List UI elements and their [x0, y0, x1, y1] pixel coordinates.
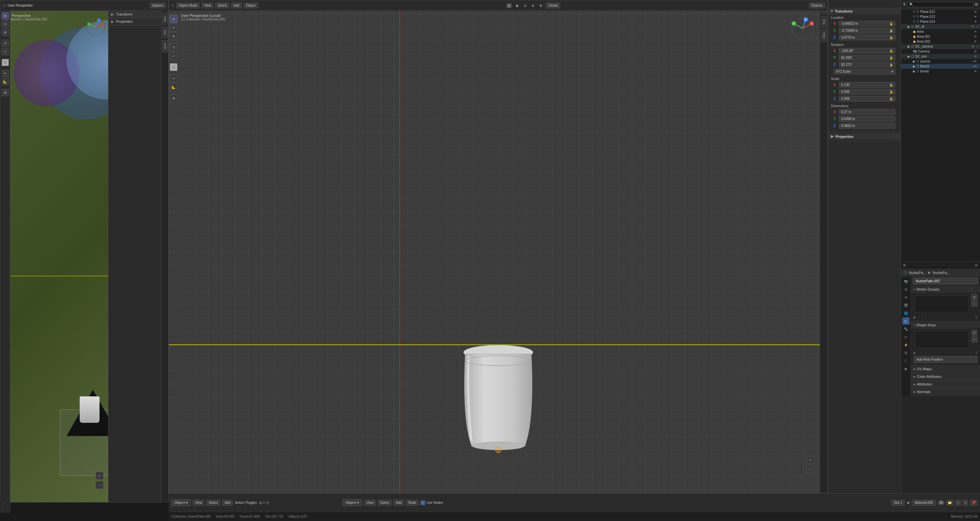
color-attributes-header[interactable]: ▶ Color Attributes — [911, 373, 980, 380]
outliner-item-area002[interactable]: ◉ Area.002 👁 — [901, 39, 980, 44]
outliner-item-sclit[interactable]: ▶ ⬡ SC_lit 👁 ✓ — [901, 24, 980, 29]
shape-keys-header[interactable]: ▾ Shape Keys — [911, 321, 980, 329]
material-add-btn[interactable]: + — [956, 500, 961, 505]
location-x-field[interactable]: -0.84023 m 🔓 — [839, 21, 896, 27]
right-node-menu-bottom[interactable]: Node — [406, 500, 418, 505]
tool-transform[interactable]: ☐ — [2, 59, 9, 66]
right-object-mode-btn[interactable]: Object ▾ — [342, 499, 362, 506]
tool-measure[interactable]: 📐 — [2, 78, 9, 85]
plane013-eye[interactable]: 👁 — [974, 15, 979, 19]
center-view-menu[interactable]: View — [202, 3, 213, 8]
transform-section-header[interactable]: ▾ Transform — [828, 8, 900, 14]
right-select-menu-bottom[interactable]: Select — [378, 500, 391, 505]
tool-rotate[interactable]: ↺ — [2, 40, 9, 47]
outliner-search[interactable] — [907, 2, 974, 7]
center-transform-tool[interactable]: ☐ — [170, 63, 178, 71]
pi-render[interactable]: 📷 — [902, 278, 910, 285]
area001-eye[interactable]: 👁 — [974, 35, 979, 38]
zoom-in-btn[interactable]: + — [95, 472, 103, 480]
pi-output[interactable]: ⊞ — [902, 286, 910, 293]
pi-view-layer[interactable]: ⊕ — [902, 294, 910, 301]
zoom-out-btn[interactable]: − — [95, 481, 103, 489]
scale-x-lock[interactable]: 🔓 — [889, 83, 893, 87]
outliner-item-camera[interactable]: 📷 Camera 👁 — [901, 49, 980, 54]
plane014-eye[interactable]: 👁 — [974, 20, 979, 24]
location-y-field[interactable]: -0.73348 m 🔓 — [839, 28, 896, 33]
breadcrumb2[interactable]: NurbsPa... — [933, 271, 950, 275]
props-settings-icon[interactable]: ⚙ — [975, 263, 978, 267]
breadcrumb1[interactable]: NurbsPa... — [909, 271, 926, 275]
rotation-z-field[interactable]: 92.271° 🔓 — [839, 62, 896, 67]
outliner-item-plane014[interactable]: ▽ ▽ Plane.014 👁 — [901, 19, 980, 24]
right-view-menu-bottom[interactable]: View — [364, 500, 376, 505]
center-rotate-tool[interactable]: ↺ — [170, 43, 178, 51]
rotation-y-lock[interactable]: 🔓 — [889, 56, 893, 59]
vertex-group-add-btn[interactable]: + — [971, 294, 977, 300]
sclit-expand[interactable]: ▶ — [908, 25, 910, 29]
properties-header-left[interactable]: ▶ Properties — [108, 18, 161, 25]
vertex-group-remove-btn[interactable]: - — [971, 301, 977, 307]
center-tool-tab[interactable]: Tool — [821, 16, 827, 28]
vg-expand-icon[interactable]: ⊽ — [975, 315, 977, 319]
left-add-menu-bottom[interactable]: Add — [222, 500, 233, 505]
tool-add[interactable]: ⊞ — [2, 89, 9, 96]
vertex-groups-header[interactable]: ▾ Vertex Groups — [911, 286, 980, 293]
view-tab[interactable]: View — [162, 40, 168, 52]
outliner-item-bread[interactable]: ▶ ▽ bread 👁 — [901, 69, 980, 74]
center-move-tool[interactable]: ⊕ — [170, 32, 178, 40]
dim-y-field[interactable]: 0.0399 m — [839, 116, 896, 122]
scale-z-field[interactable]: 0.348 🔓 — [839, 96, 896, 102]
location-x-lock[interactable]: 🔓 — [889, 22, 893, 25]
source-expand[interactable]: ▶ — [913, 59, 916, 63]
location-z-field[interactable]: 3.0773 m 🔓 — [839, 35, 896, 40]
global-local-btn[interactable]: Global — [546, 3, 560, 8]
area-eye[interactable]: 👁 — [974, 30, 979, 33]
shading-solid[interactable]: ● — [506, 3, 511, 8]
left-object-mode-btn[interactable]: Object ▾ — [171, 499, 191, 506]
rotation-x-field[interactable]: -159.28° 🔓 — [839, 48, 896, 54]
shading-rendered[interactable]: ◎ — [522, 3, 528, 8]
normals-header[interactable]: ▶ Normals — [911, 388, 980, 396]
sccamera-eye[interactable]: 👁 — [971, 45, 976, 48]
center-object-mode-btn[interactable]: Object Mode — [176, 3, 200, 8]
left-view-menu-bottom[interactable]: View — [193, 500, 205, 505]
sk-expand-icon[interactable]: ⊽ — [975, 351, 977, 355]
location-y-lock[interactable]: 🔓 — [889, 29, 893, 32]
slot-select[interactable]: Slot 1 — [891, 500, 905, 505]
tool-scale[interactable]: ⤢ — [2, 48, 9, 55]
scale-z-lock[interactable]: 🔓 — [889, 97, 893, 100]
tool-tab[interactable]: Tool — [162, 27, 168, 38]
object-name-field[interactable]: NurbsPath.007 — [913, 278, 978, 284]
item-tab[interactable]: Item — [162, 13, 168, 25]
tool-annotate[interactable]: ✏ — [2, 70, 9, 77]
center-annotate-tool[interactable]: ✏ — [170, 75, 178, 82]
pi-scene[interactable]: 🎬 — [902, 302, 910, 309]
tool-move[interactable]: ⊕ — [2, 29, 9, 36]
filter-icon[interactable]: ⊽ — [903, 2, 905, 6]
tool-select[interactable]: ⊞ — [2, 12, 9, 19]
dim-z-field[interactable]: 0.0823 m — [839, 123, 896, 129]
outliner-item-french[interactable]: ▶ ▽ french 8 👁 — [901, 64, 980, 69]
sclit-eye[interactable]: 👁 — [971, 25, 976, 29]
properties-section-header[interactable]: ▶ Properties ⋮⋮ — [828, 133, 900, 140]
center-zoom-in[interactable]: + — [807, 456, 815, 464]
center-view-tab[interactable]: View — [821, 29, 827, 42]
french-expand[interactable]: ▶ — [913, 65, 916, 68]
french-eye[interactable]: 👁 — [974, 65, 979, 68]
outliner-item-area[interactable]: ◉ Area 👁 — [901, 29, 980, 34]
source-eye[interactable]: 👁 — [974, 60, 979, 63]
tool-cursor[interactable]: ✛ — [2, 21, 9, 28]
center-select-menu[interactable]: Select — [215, 3, 229, 8]
outliner-item-sccamera[interactable]: ▶ ⬡ SC_camera 👁 ✓ — [901, 44, 980, 49]
center-zoom-out[interactable]: − — [807, 465, 815, 473]
material-name-display[interactable]: Material.005 — [912, 500, 936, 505]
sccamera-expand[interactable]: ▶ — [908, 44, 910, 48]
plane012-eye[interactable]: 👁 — [974, 10, 979, 14]
pi-object[interactable]: ▷ — [902, 318, 910, 325]
pi-material[interactable]: ◉ — [902, 365, 910, 372]
center-add-menu[interactable]: Add — [231, 3, 242, 8]
attributes-header[interactable]: ▶ Attributes — [911, 381, 980, 388]
outliner-item-source[interactable]: ▶ ▽ source 6 👁 — [901, 59, 980, 64]
bread-eye[interactable]: 👁 — [974, 70, 979, 73]
area002-eye[interactable]: 👁 — [974, 40, 979, 43]
